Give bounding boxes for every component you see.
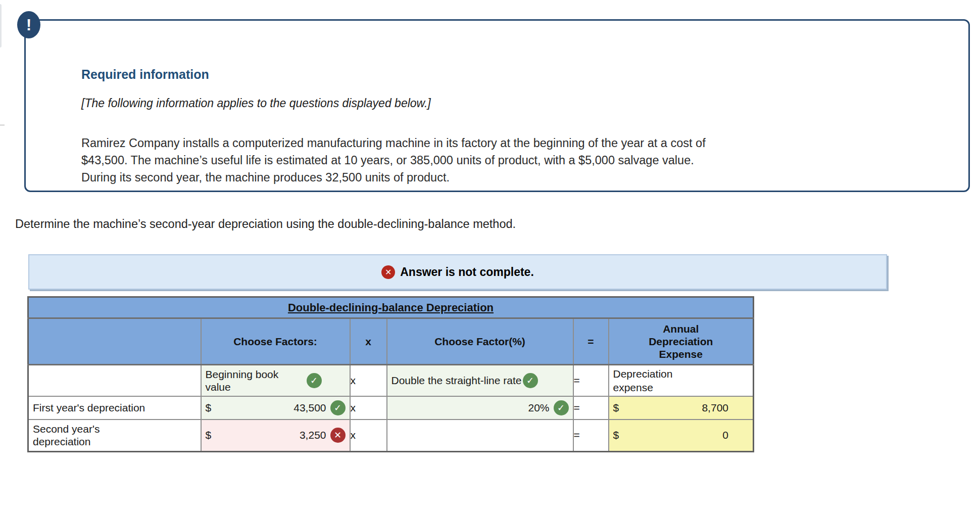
header-choose-factor-percent: Choose Factor(%) [387,318,573,365]
annual-computed-value: 8,700 [619,402,728,414]
rate-input-cell[interactable] [387,420,573,452]
row-label: First year's depreciation [29,400,201,415]
depreciation-table: Double-declining-balance Depreciation Ch… [27,296,754,452]
annual-label-cell: Depreciation expense [609,365,754,396]
currency-symbol: $ [613,429,619,441]
left-edge-divider [0,124,5,126]
factor-input-cell[interactable]: $ 3,250 ✕ [201,420,350,452]
correct-icon: ✓ [330,400,346,415]
problem-statement-line: $43,500. The machine’s useful life is es… [81,152,940,169]
times-operator: x [350,420,387,452]
left-edge-divider [0,4,2,48]
problem-statement-line: Ramirez Company installs a computerized … [81,134,940,152]
table-row: Beginning book value ✓ x Double the stra… [28,365,754,396]
table-header-row: Choose Factors: x Choose Factor(%) = Ann… [28,318,754,365]
header-times: x [350,318,387,365]
equals-operator: = [573,396,609,420]
annual-computed-value: 0 [619,429,728,441]
equals-operator: = [573,365,609,396]
exclamation-icon: ! [17,11,40,38]
currency-symbol: $ [206,429,212,441]
rate-input-cell[interactable]: 20% ✓ [387,396,573,420]
answer-status-banner: ✕ Answer is not complete. [28,254,887,290]
table-title-row: Double-declining-balance Depreciation [28,297,754,318]
header-blank [28,318,201,365]
factor-selected-value[interactable]: Beginning book value [206,368,307,393]
times-operator: x [350,365,387,396]
header-equals: = [573,318,609,365]
rate-dropdown-cell[interactable]: Double the straight-line rate ✓ [387,365,573,396]
currency-symbol: $ [206,402,212,414]
table-title: Double-declining-balance Depreciation [288,301,494,314]
correct-icon: ✓ [307,373,322,388]
rate-input-value[interactable]: 20% [391,402,550,414]
table-row: Second year's depreciation $ 3,250 ✕ x =… [28,420,754,452]
equals-operator: = [573,420,609,452]
annual-computed-cell: $ 8,700 [609,396,754,420]
required-information-heading: Required information [81,67,209,82]
row-label-cell [28,365,201,396]
table-title-cell: Double-declining-balance Depreciation [28,297,754,318]
header-annual-depreciation-expense: Annual Depreciation Expense [609,318,754,365]
correct-icon: ✓ [554,400,569,415]
page: ! Required information [The following in… [0,0,980,511]
header-annual-depreciation-expense-text: Annual Depreciation Expense [641,322,721,360]
incorrect-icon: ✕ [381,265,395,279]
answer-status-text: Answer is not complete. [400,265,534,279]
applies-to-questions-note: [The following information applies to th… [81,97,431,110]
header-choose-factors: Choose Factors: [201,318,350,365]
problem-statement: Ramirez Company installs a computerized … [81,134,940,186]
factor-input-cell[interactable]: $ 43,500 ✓ [201,396,350,420]
row-label: Second year's depreciation [29,422,120,449]
problem-statement-line: During its second year, the machine prod… [81,169,940,186]
annual-computed-cell: $ 0 [609,420,754,452]
times-operator: x [350,396,387,420]
factor-dropdown-cell[interactable]: Beginning book value ✓ [201,365,350,396]
factor-input-value[interactable]: 3,250 [211,429,326,441]
row-label-cell: Second year's depreciation [28,420,201,452]
factor-input-value[interactable]: 43,500 [211,402,326,414]
currency-symbol: $ [613,402,619,414]
incorrect-icon: ✕ [330,428,346,443]
rate-selected-value[interactable]: Double the straight-line rate [391,374,523,387]
table-row: First year's depreciation $ 43,500 ✓ x 2… [28,396,754,420]
question-prompt: Determine the machine’s second-year depr… [15,217,516,231]
row-label-cell: First year's depreciation [28,396,201,420]
correct-icon: ✓ [523,373,538,388]
annual-label-text: Depreciation expense [609,366,695,395]
required-information-panel: Required information [The following info… [24,19,970,192]
